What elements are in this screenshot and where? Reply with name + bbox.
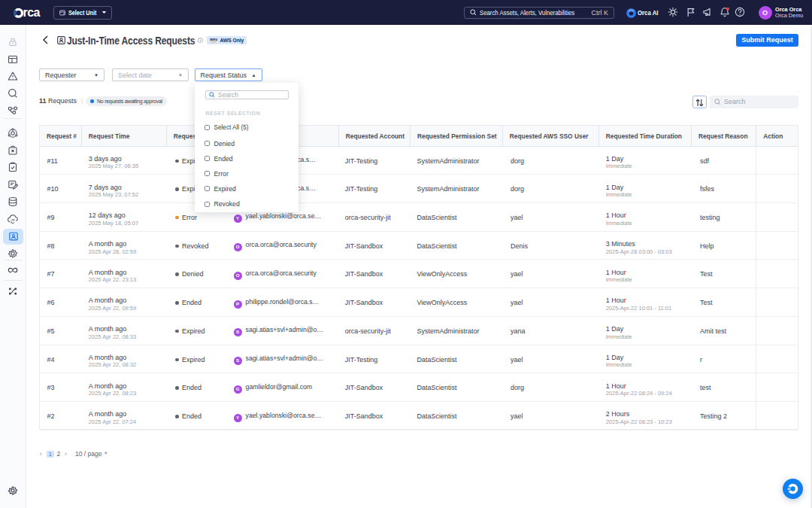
svg-text:aws: aws — [210, 37, 217, 41]
svg-text:rca: rca — [23, 6, 41, 19]
